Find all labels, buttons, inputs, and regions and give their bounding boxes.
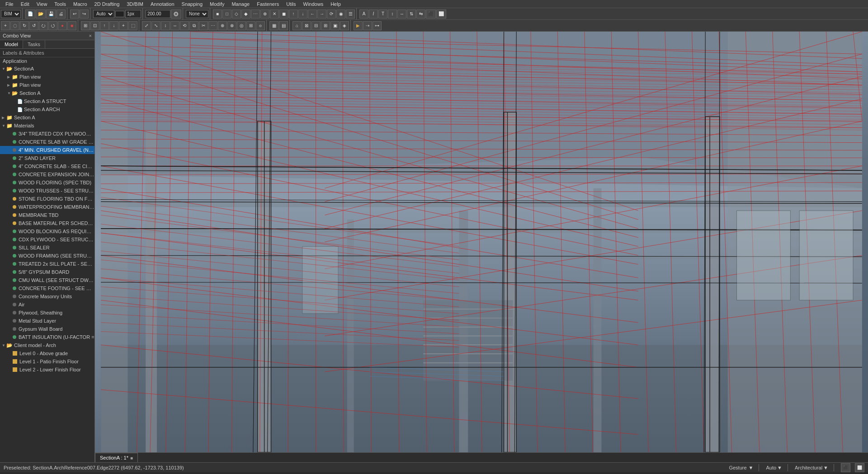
tab-tasks[interactable]: Tasks: [23, 40, 45, 48]
tree-arrow-client-model[interactable]: ▼: [2, 343, 6, 347]
tb2-24[interactable]: ⊗: [227, 21, 236, 30]
open-button[interactable]: 📂: [36, 9, 46, 19]
tree-item-mat-16[interactable]: WOOD FRAMING (SEE STRUCT D: [0, 252, 94, 260]
menu-fasteners[interactable]: Fasteners: [253, 0, 283, 8]
tb2-23[interactable]: ⊕: [218, 21, 227, 30]
tree-item-mat-23[interactable]: Plywood, Sheathing: [0, 309, 94, 317]
tree-item-mat-5[interactable]: 4" CONCRETE SLAB - SEE CIVIL D: [0, 162, 94, 170]
tree-item-mat-22[interactable]: Air: [0, 300, 94, 309]
menu-help[interactable]: Help: [327, 0, 344, 8]
tree-arrow-plan-view-2[interactable]: ▶: [7, 83, 12, 87]
tree-item-mat-7[interactable]: WOOD FLOORING (SPEC TBD): [0, 178, 94, 187]
menu-tools[interactable]: Tools: [51, 0, 70, 8]
tb2-31[interactable]: ⊠: [302, 21, 311, 30]
view-tab-close[interactable]: ■: [130, 455, 133, 460]
filter-selector[interactable]: None: [186, 10, 208, 18]
tb2-6[interactable]: ⭯: [48, 21, 57, 30]
tree-item-mat-4[interactable]: 2" SAND LAYER: [0, 154, 94, 162]
tree-arrow-materials[interactable]: ▼: [2, 124, 6, 128]
tree-item-level-0[interactable]: Level 0 - Above grade: [0, 349, 94, 357]
tb-icon-18[interactable]: ↕: [388, 9, 397, 19]
tree-item-mat-6[interactable]: CONCRETE EXPANSION JOINT - M: [0, 170, 94, 178]
tree-item-mat-18[interactable]: 5/8" GYPSUM BOARD: [0, 268, 94, 276]
print-button[interactable]: 🖨: [57, 9, 66, 19]
tb2-37[interactable]: ⇢: [363, 21, 372, 30]
tb2-33[interactable]: ⊞: [321, 21, 330, 30]
zoom-input[interactable]: [146, 10, 170, 18]
tb-icon-14[interactable]: ◉: [336, 9, 345, 19]
tb2-9[interactable]: ⊞: [81, 21, 90, 30]
tb2-22[interactable]: ⋯: [208, 21, 217, 30]
tb2-26[interactable]: ⊞: [246, 21, 255, 30]
tree-item-mat-24[interactable]: Metal Stud Layer: [0, 317, 94, 325]
tb-icon-8[interactable]: ◼: [279, 9, 288, 19]
tb2-13[interactable]: +: [119, 21, 128, 30]
new-button[interactable]: 📄: [25, 9, 35, 19]
menu-view[interactable]: View: [33, 0, 51, 8]
tree-item-mat-3[interactable]: 4" MIN. CRUSHED GRAVEL (NO F: [0, 146, 94, 154]
tree-item-client-model[interactable]: ▼📂Client model - Arch: [0, 341, 94, 349]
viewport[interactable]: SectionA : 1* ■: [95, 32, 868, 462]
tree-item-section-a-root[interactable]: ▼📂SectionA: [0, 65, 94, 73]
menu-windows[interactable]: Windows: [300, 0, 327, 8]
tb2-20[interactable]: ⧉: [189, 21, 198, 30]
tb2-4[interactable]: ↺: [29, 21, 38, 30]
tree-item-section-a-struct[interactable]: 📄Section A STRUCT: [0, 97, 94, 105]
menu-macro[interactable]: Macro: [70, 0, 91, 8]
tb-icon-4[interactable]: ◆: [241, 9, 250, 19]
tb2-30[interactable]: ⌂: [292, 21, 302, 30]
tb2-32[interactable]: ⊟: [311, 21, 321, 30]
menu-edit[interactable]: Edit: [17, 0, 33, 8]
tb-icon-16[interactable]: A: [359, 9, 368, 19]
status-icon-2[interactable]: ⬜: [855, 463, 864, 472]
tb2-3[interactable]: ↻: [20, 21, 29, 30]
tb2-2[interactable]: ◌: [10, 21, 19, 30]
tb2-27[interactable]: ⌾: [256, 21, 265, 30]
tree-item-mat-10[interactable]: WATERPROOFING MEMBRANE T: [0, 203, 94, 211]
tb-icon-2[interactable]: □: [222, 9, 231, 19]
gesture-dropdown-icon[interactable]: ▼: [749, 465, 754, 470]
tb2-15[interactable]: ⤢: [142, 21, 151, 30]
zoom-btn[interactable]: ⚙: [171, 9, 181, 19]
tb2-18[interactable]: ↔: [170, 21, 179, 30]
tb2-38[interactable]: ⊶: [373, 21, 382, 30]
tb2-28[interactable]: ▦: [269, 21, 278, 30]
tree-arrow-plan-view-1[interactable]: ▶: [7, 75, 12, 79]
tb2-7[interactable]: ●: [58, 21, 67, 30]
tree-item-mat-14[interactable]: CDX PLYWOOD - SEE STRUCTUR: [0, 235, 94, 244]
tree-item-mat-9[interactable]: STONE FLOORING TBD ON FLEXI: [0, 195, 94, 203]
tree-arrow-section-a-2[interactable]: ▶: [2, 116, 6, 120]
tree-item-mat-2[interactable]: CONCRETE SLAB W/ GRADE BEA: [0, 138, 94, 146]
tree-item-materials[interactable]: ▼📁Materials: [0, 122, 94, 130]
tb-icon-10[interactable]: ↓: [298, 9, 307, 19]
menu-manage[interactable]: Manage: [228, 0, 253, 8]
menu-snapping[interactable]: Snapping: [178, 0, 207, 8]
tree-arrow-section-a-group[interactable]: ▼: [7, 91, 12, 95]
tb2-21[interactable]: ✂: [199, 21, 208, 30]
tb-icon-9[interactable]: ↑: [289, 9, 298, 19]
tb-icon-22[interactable]: ⬛: [426, 9, 436, 19]
tb-icon-11[interactable]: ←: [308, 9, 317, 19]
tree-item-plan-view-1[interactable]: ▶📁Plan view: [0, 73, 94, 81]
menu-annotation[interactable]: Annotation: [147, 0, 178, 8]
tb-icon-7[interactable]: ✕: [270, 9, 279, 19]
tb2-11[interactable]: ↑: [100, 21, 109, 30]
tree-item-mat-25[interactable]: Gypsum Wall Board: [0, 325, 94, 333]
tree-item-level-1[interactable]: Level 1 - Patio Finish Floor: [0, 357, 94, 366]
tb2-8[interactable]: ■: [67, 21, 76, 30]
tree-item-level-2[interactable]: Level 2 - Lower Finish Floor: [0, 366, 94, 374]
tree-item-mat-8[interactable]: WOOD TRUSSES - SEE STRUCTU: [0, 187, 94, 195]
tb-italic[interactable]: I: [369, 9, 378, 19]
tb-icon-19[interactable]: ↔: [397, 9, 406, 19]
tree-item-mat-11[interactable]: MEMBRANE TBD: [0, 211, 94, 219]
tb-icon-5[interactable]: ⋯: [251, 9, 260, 19]
status-icon-1[interactable]: ⬛: [841, 463, 850, 472]
menu-2ddrafting[interactable]: 2D Drafting: [91, 0, 123, 8]
tb-icon-21[interactable]: ⇆: [416, 9, 425, 19]
tb-icon-15[interactable]: ☰: [346, 9, 355, 19]
tb-icon-13[interactable]: ⟳: [327, 9, 336, 19]
tb-icon-23[interactable]: ⬜: [436, 9, 446, 19]
tree-item-mat-1[interactable]: 3/4" TREATED CDX PLYWOOD OV: [0, 130, 94, 138]
tree-item-section-a-group[interactable]: ▼📂Section A: [0, 89, 94, 97]
menu-3dbim[interactable]: 3D/BIM: [123, 0, 147, 8]
